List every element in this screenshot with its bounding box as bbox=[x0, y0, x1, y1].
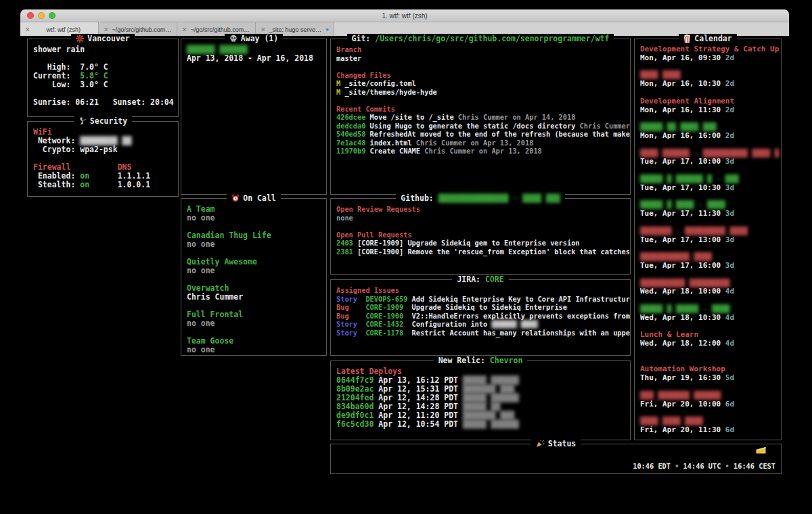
text-segment: DEVOPS-659 bbox=[365, 295, 411, 303]
text-segment: Crypto: wpa2-psk bbox=[33, 145, 118, 154]
terminal-screen[interactable]: Vancouver shower rain High: 7.0° CCurren… bbox=[20, 36, 789, 506]
text-line: Changed Files bbox=[336, 71, 625, 80]
text-segment bbox=[70, 162, 117, 172]
text-line: M _site/config.toml bbox=[336, 79, 625, 88]
text-line: Wed, Apr 18, 10:30 4d bbox=[640, 314, 775, 323]
text-segment: Tue, Apr 17, 16:00 bbox=[640, 261, 725, 270]
text-segment: Chris Cummer bbox=[187, 292, 243, 302]
text-segment: Apr 12, 10:54 PDT bbox=[378, 419, 463, 429]
close-button[interactable] bbox=[27, 12, 34, 19]
text-segment: Vancouver bbox=[87, 34, 129, 43]
tab-close-icon[interactable]: ✕ bbox=[182, 26, 187, 33]
text-segment: Thu, Apr 19, 16:30 bbox=[640, 373, 725, 382]
text-segment: Latest Deploys bbox=[336, 367, 402, 376]
text-segment: Story bbox=[336, 320, 365, 328]
text-line: Fri, Apr 20, 11:30 6d bbox=[640, 426, 775, 435]
text-segment: Automation Workshop bbox=[640, 365, 725, 373]
text-segment: Low: 3.0° C bbox=[33, 80, 108, 89]
text-segment: no one bbox=[187, 319, 215, 328]
text-line: 10:46 EDT • 14:46 UTC • 16:46 CEST bbox=[633, 462, 775, 470]
text-segment: _site/themes/hyde-hyde bbox=[344, 88, 436, 96]
newrelic-title: New Relic: Chevron bbox=[331, 356, 630, 365]
text-segment: shower rain bbox=[33, 45, 85, 54]
text-line: shower rain bbox=[33, 45, 173, 54]
tab-label: _site: hugo server (zsh) bbox=[269, 26, 323, 33]
party-popper-icon bbox=[536, 440, 545, 448]
text-segment: Fri, Apr 20, 10:00 bbox=[640, 400, 725, 408]
text-segment: Github: bbox=[401, 193, 438, 203]
text-segment: V2::HandleErrors explicitly prevents exc… bbox=[412, 312, 630, 320]
text-segment: 2d bbox=[725, 106, 734, 114]
text-line: Tue, Apr 17, 11:30 3d bbox=[640, 210, 775, 218]
text-line: Thu, Apr 19, 16:30 5d bbox=[640, 374, 775, 383]
minimize-button[interactable] bbox=[38, 12, 45, 19]
tab-close-icon[interactable]: ✕ bbox=[25, 26, 30, 33]
widget-git: Git: /Users/chris/go/src/github.com/seno… bbox=[330, 39, 631, 195]
text-segment: Security bbox=[90, 116, 127, 126]
activity-indicator-dot: ● bbox=[325, 26, 329, 32]
text-segment: Bug bbox=[336, 303, 365, 311]
text-segment: none bbox=[336, 214, 353, 222]
text-segment: Chris Cummer on Apr 14, 2018 bbox=[458, 113, 576, 121]
text-segment: ██████████ █████████ bbox=[640, 279, 729, 287]
text-line bbox=[640, 141, 775, 149]
text-segment: CORE-1900 bbox=[365, 312, 411, 320]
tab-close-icon[interactable]: ✕ bbox=[261, 26, 266, 33]
text-line: Recent Commits bbox=[336, 105, 625, 114]
text-line: 540ed58 RefreshedAt moved to the end of … bbox=[336, 130, 625, 139]
text-line: M _site/themes/hyde-hyde bbox=[336, 88, 625, 97]
window-title: 1. wtf: wtf (zsh) bbox=[20, 12, 789, 20]
text-segment: Move /site to /_site bbox=[370, 113, 458, 121]
text-segment: de9df0c1 bbox=[336, 411, 378, 420]
text-segment: 7e1ac48 bbox=[336, 139, 370, 147]
sun-burst-icon bbox=[76, 34, 84, 43]
text-segment: ███████ ███ bbox=[463, 384, 514, 394]
text-segment: JIRA: bbox=[457, 275, 485, 284]
text-line: Mon, Apr 16, 11:30 2d bbox=[640, 106, 775, 115]
text-segment: 2381 bbox=[336, 248, 357, 256]
text-segment: /Users/chris/go/src/github.com/senorprog… bbox=[375, 34, 609, 43]
weather-title: Vancouver bbox=[28, 34, 178, 45]
tab-close-icon[interactable]: ✕ bbox=[104, 26, 109, 33]
text-segment: 2d bbox=[725, 79, 734, 88]
text-line: Wed, Apr 18, 10:00 4d bbox=[640, 287, 775, 296]
tab-label: wtf: wtf (zsh) bbox=[34, 26, 93, 33]
text-line: no one bbox=[187, 319, 321, 328]
text-line: Chris Cummer bbox=[187, 293, 321, 302]
text-segment: Mon, Apr 16, 09:30 bbox=[640, 53, 725, 62]
text-line: ███ ███████ ██████ bbox=[640, 392, 775, 400]
jira-body: Assigned IssuesStory DEVOPS-659 Add Side… bbox=[331, 280, 630, 355]
text-line: Open Review Requests bbox=[336, 205, 625, 214]
text-segment: Mon, Apr 16, 10:30 bbox=[640, 79, 725, 88]
text-segment: ███ ███████ ██████ bbox=[640, 391, 721, 400]
newrelic-body: Latest Deploys0644f7c9 Apr 13, 16:12 PDT… bbox=[331, 361, 630, 440]
text-segment: 426dcee bbox=[336, 113, 370, 121]
zoom-button[interactable] bbox=[49, 12, 55, 19]
text-line: Sunrise: 06:21 Sunset: 20:04 bbox=[33, 98, 173, 107]
text-line: Bug CORE-1909 Upgrade Sidekiq to Sidekiq… bbox=[336, 303, 625, 312]
security-body: WiFi Network: ████████ ██ Crypto: wpa2-p… bbox=[28, 122, 178, 196]
text-segment: Full Frontal bbox=[187, 310, 243, 319]
text-segment: Canadian Thug Life bbox=[187, 231, 271, 240]
text-segment: Tue, Apr 17, 13:00 bbox=[640, 235, 725, 244]
text-segment: Tue, Apr 17, 10:30 bbox=[640, 183, 725, 192]
security-title: Security bbox=[28, 116, 178, 127]
text-segment: Recent Commits bbox=[336, 105, 395, 113]
text-segment: 6d bbox=[725, 425, 734, 434]
text-segment: no one bbox=[187, 266, 215, 275]
text-segment: Tue, Apr 17, 10:00 bbox=[640, 157, 725, 166]
text-segment: Enabled: bbox=[33, 171, 80, 181]
text-segment: Away (1) bbox=[241, 34, 278, 43]
text-line bbox=[640, 296, 775, 305]
text-segment: 834ba60d bbox=[336, 402, 378, 411]
text-line bbox=[336, 96, 625, 105]
text-segment: Calendar bbox=[694, 34, 731, 43]
text-line: 2381 [CORE-1900] Remove the 'rescue_from… bbox=[336, 248, 625, 256]
text-segment: CORE-1178 bbox=[365, 329, 411, 337]
text-segment: Development Strategy & Catch Up bbox=[640, 45, 779, 53]
github-title: Github: ███████████████ - ████ ███ bbox=[331, 193, 630, 203]
text-segment: • bbox=[721, 462, 734, 470]
widget-github: Github: ███████████████ - ████ ███ Open … bbox=[330, 198, 631, 275]
text-segment: 6d bbox=[725, 400, 734, 408]
text-segment: index.html bbox=[370, 139, 416, 147]
